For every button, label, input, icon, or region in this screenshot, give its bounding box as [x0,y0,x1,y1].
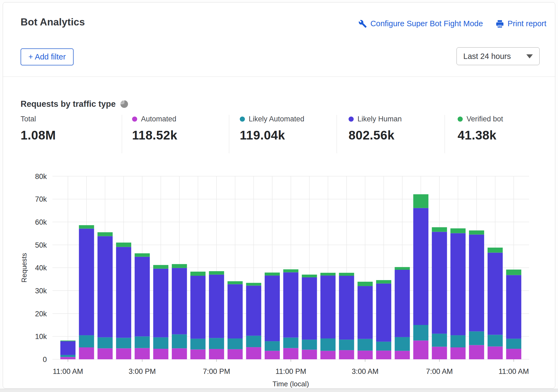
bar-12-1100PM[interactable] [283,269,298,359]
bar-segment-likely-automated[interactable] [172,334,187,348]
bar-segment-likely-human[interactable] [506,275,521,338]
bar-segment-automated[interactable] [135,348,150,359]
bar-segment-likely-human[interactable] [395,270,410,337]
bar-segment-automated[interactable] [116,348,131,359]
bar-segment-automated[interactable] [320,351,336,359]
bar-segment-likely-human[interactable] [283,272,298,337]
bar-segment-verified-bot[interactable] [60,341,76,341]
bar-segment-verified-bot[interactable] [172,264,187,268]
bar-segment-verified-bot[interactable] [190,272,205,276]
bar-17-400AM[interactable] [376,280,391,359]
bar-segment-likely-human[interactable] [190,276,205,339]
bar-segment-likely-human[interactable] [320,275,336,338]
bar-segment-likely-human[interactable] [60,341,76,355]
bar-16-300AM[interactable] [357,282,373,359]
configure-super-bot-fight-mode-link[interactable]: Configure Super Bot Fight Mode [358,19,483,28]
bar-segment-likely-human[interactable] [97,236,113,337]
bar-segment-verified-bot[interactable] [432,227,447,232]
bar-segment-verified-bot[interactable] [395,267,410,270]
bar-segment-verified-bot[interactable] [79,225,94,229]
bar-3-200PM[interactable] [116,242,131,359]
bar-segment-verified-bot[interactable] [469,230,484,234]
bar-segment-automated[interactable] [209,349,224,359]
bar-segment-likely-human[interactable] [228,284,243,338]
bar-segment-automated[interactable] [302,350,317,359]
bar-segment-likely-automated[interactable] [265,341,280,351]
bar-segment-likely-human[interactable] [135,257,150,337]
bar-15-200AM[interactable] [339,273,354,359]
bar-segment-automated[interactable] [469,345,484,359]
bar-segment-likely-automated[interactable] [488,335,503,346]
bar-segment-verified-bot[interactable] [339,273,354,276]
bar-segment-automated[interactable] [283,348,298,359]
bar-segment-likely-human[interactable] [116,247,131,338]
bar-segment-automated[interactable] [172,348,187,359]
bar-segment-verified-bot[interactable] [488,248,503,253]
bar-segment-likely-automated[interactable] [302,340,317,350]
bar-segment-likely-automated[interactable] [190,339,205,350]
bar-segment-likely-human[interactable] [153,269,168,337]
bar-segment-verified-bot[interactable] [153,265,168,269]
bar-segment-likely-human[interactable] [209,275,224,338]
bar-6-500PM[interactable] [172,264,187,359]
bar-segment-likely-automated[interactable] [376,342,391,351]
bar-segment-automated[interactable] [97,348,113,359]
bar-segment-likely-automated[interactable] [135,336,150,348]
bar-24-1100AM[interactable] [506,270,521,359]
bar-segment-likely-human[interactable] [413,208,428,325]
bar-segment-likely-automated[interactable] [97,337,113,348]
bar-segment-automated[interactable] [450,347,465,359]
bar-segment-likely-automated[interactable] [357,339,373,351]
bar-segment-automated[interactable] [488,347,503,359]
bar-segment-likely-automated[interactable] [469,331,484,345]
bar-7-600PM[interactable] [190,272,205,359]
bar-segment-automated[interactable] [79,347,94,359]
bar-segment-likely-human[interactable] [469,235,484,331]
bar-segment-verified-bot[interactable] [283,269,298,272]
bar-segment-likely-automated[interactable] [283,338,298,348]
bar-segment-automated[interactable] [506,349,521,359]
bar-segment-automated[interactable] [60,357,76,359]
bar-segment-verified-bot[interactable] [506,270,521,275]
bar-segment-verified-bot[interactable] [450,228,465,233]
bar-segment-verified-bot[interactable] [97,232,113,236]
bar-21-800AM[interactable] [450,228,465,359]
bar-segment-automated[interactable] [265,351,280,359]
bar-segment-verified-bot[interactable] [246,283,261,285]
bar-segment-likely-human[interactable] [79,229,94,335]
bar-segment-likely-human[interactable] [246,285,261,335]
bar-segment-automated[interactable] [153,349,168,359]
bar-segment-likely-automated[interactable] [228,338,243,349]
bar-segment-likely-human[interactable] [265,275,280,341]
bar-segment-automated[interactable] [357,351,373,359]
bar-14-100AM[interactable] [320,273,336,359]
bar-8-700PM[interactable] [209,271,224,359]
bar-segment-automated[interactable] [376,351,391,359]
bar-18-500AM[interactable] [395,267,410,359]
bar-segment-verified-bot[interactable] [357,282,373,286]
bar-segment-likely-automated[interactable] [450,335,465,347]
bar-segment-automated[interactable] [228,349,243,359]
bar-segment-likely-automated[interactable] [60,355,76,357]
bar-segment-likely-automated[interactable] [339,340,354,350]
bar-segment-verified-bot[interactable] [209,271,224,275]
bar-segment-likely-human[interactable] [432,232,447,334]
bar-11-1000PM[interactable] [265,273,280,359]
bar-segment-likely-human[interactable] [450,233,465,335]
bar-segment-verified-bot[interactable] [320,273,336,275]
bar-22-900AM[interactable] [469,230,484,359]
bar-segment-likely-automated[interactable] [153,337,168,349]
bar-segment-automated[interactable] [246,347,261,359]
bar-segment-likely-human[interactable] [357,286,373,339]
bar-segment-likely-automated[interactable] [413,325,428,341]
bar-5-400PM[interactable] [153,265,168,359]
bar-segment-verified-bot[interactable] [116,242,131,247]
bar-segment-automated[interactable] [413,341,428,359]
bar-segment-likely-automated[interactable] [506,339,521,349]
bar-segment-verified-bot[interactable] [135,253,150,257]
bar-segment-verified-bot[interactable] [376,280,391,284]
bar-segment-likely-automated[interactable] [432,334,447,347]
add-filter-button[interactable]: + Add filter [21,48,74,65]
bar-23-1000AM[interactable] [488,248,503,359]
bar-segment-automated[interactable] [339,350,354,359]
